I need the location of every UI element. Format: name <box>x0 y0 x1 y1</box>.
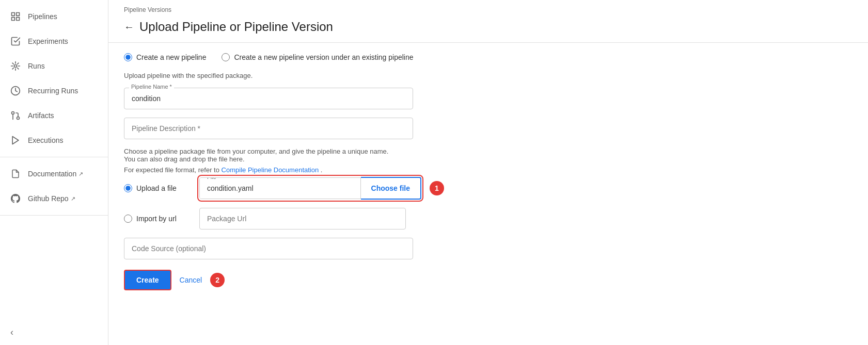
code-source-field <box>124 238 413 259</box>
sidebar-item-label: Artifacts <box>28 111 54 120</box>
pipeline-name-label: Pipeline Name * <box>129 84 174 90</box>
file-label: File * <box>205 177 222 180</box>
pipeline-description-input[interactable] <box>124 118 413 139</box>
radio-new-pipeline[interactable]: Create a new pipeline <box>124 53 206 61</box>
executions-icon <box>10 135 21 145</box>
github-icon <box>10 193 21 204</box>
sidebar-github-label: Github Repo <box>28 194 69 203</box>
runs-icon <box>10 61 21 71</box>
badge-1: 1 <box>430 181 444 195</box>
svg-rect-0 <box>12 13 15 16</box>
file-input-group: File * condition.yaml Choose file <box>199 177 421 200</box>
page-header: ← Upload Pipeline or Pipeline Version <box>108 15 868 43</box>
file-value-wrapper: File * condition.yaml <box>199 177 361 199</box>
radio-new-pipeline-input[interactable] <box>124 53 132 61</box>
sidebar-docs-label: Documentation <box>28 170 76 178</box>
page-title: Upload Pipeline or Pipeline Version <box>139 20 333 34</box>
sidebar-item-artifacts[interactable]: Artifacts <box>0 103 108 128</box>
sidebar-item-executions[interactable]: Executions <box>0 128 108 153</box>
svg-rect-2 <box>17 18 20 21</box>
pipeline-name-field: Pipeline Name * <box>124 88 413 109</box>
sidebar-item-label: Recurring Runs <box>28 87 78 95</box>
sidebar-item-runs[interactable]: Runs <box>0 54 108 78</box>
file-instruction-1: Choose a pipeline package file from your… <box>124 147 413 163</box>
svg-rect-1 <box>17 13 20 16</box>
radio-new-version[interactable]: Create a new pipeline version under an e… <box>222 53 413 61</box>
package-url-input[interactable] <box>199 208 406 229</box>
pipeline-type-radio-group: Create a new pipeline Create a new pipel… <box>124 53 853 61</box>
action-row: Create Cancel 2 <box>124 270 853 290</box>
collapse-icon: ‹ <box>10 327 13 338</box>
recurring-runs-icon <box>10 86 21 96</box>
compile-pipeline-link[interactable]: Compile Pipeline Documentation <box>222 166 319 174</box>
sidebar: Pipelines Experiments Runs Recurring Run… <box>0 0 108 345</box>
upload-radio-label[interactable]: Upload a file <box>124 184 191 192</box>
import-radio-input[interactable] <box>124 215 132 223</box>
upload-description: Upload pipeline with the specified packa… <box>124 72 853 79</box>
sidebar-item-label: Runs <box>28 62 45 70</box>
radio-new-pipeline-label: Create a new pipeline <box>136 53 206 61</box>
artifacts-icon <box>10 110 21 121</box>
pipeline-name-input[interactable] <box>124 88 413 109</box>
radio-new-version-label: Create a new pipeline version under an e… <box>234 53 413 61</box>
sidebar-item-documentation[interactable]: Documentation ↗ <box>0 161 108 186</box>
svg-point-4 <box>14 65 17 68</box>
experiments-icon <box>10 36 21 46</box>
upload-file-row: Upload a file File * condition.yaml Choo… <box>124 177 853 200</box>
sidebar-item-pipelines[interactable]: Pipelines <box>0 4 108 29</box>
choose-file-button[interactable]: Choose file <box>361 177 421 200</box>
content-area: Create a new pipeline Create a new pipel… <box>108 43 868 301</box>
svg-marker-9 <box>12 137 19 144</box>
back-button[interactable]: ← <box>124 21 134 33</box>
sidebar-item-recurring-runs[interactable]: Recurring Runs <box>0 78 108 103</box>
external-link-icon-2: ↗ <box>71 195 75 202</box>
pipeline-icon <box>10 11 21 22</box>
documentation-icon <box>10 169 21 179</box>
import-radio-text: Import by url <box>136 215 177 223</box>
sidebar-item-github[interactable]: Github Repo ↗ <box>0 186 108 211</box>
url-input-group <box>199 208 406 229</box>
code-source-input[interactable] <box>124 238 413 259</box>
sidebar-item-label: Executions <box>28 136 63 144</box>
cancel-button[interactable]: Cancel <box>180 276 202 284</box>
external-link-icon: ↗ <box>78 171 83 177</box>
main-content: Pipeline Versions ← Upload Pipeline or P… <box>108 0 868 345</box>
svg-rect-3 <box>12 18 15 21</box>
import-radio-label[interactable]: Import by url <box>124 215 191 223</box>
breadcrumb: Pipeline Versions <box>108 0 868 15</box>
create-button[interactable]: Create <box>124 270 171 290</box>
upload-radio-text: Upload a file <box>136 184 177 192</box>
divider-2 <box>0 215 108 216</box>
sidebar-item-label: Experiments <box>28 37 68 45</box>
radio-new-version-input[interactable] <box>222 53 230 61</box>
file-value: condition.yaml <box>200 178 360 199</box>
badge-2: 2 <box>210 273 225 287</box>
sidebar-item-experiments[interactable]: Experiments <box>0 29 108 54</box>
sidebar-item-label: Pipelines <box>28 12 57 21</box>
sidebar-collapse-button[interactable]: ‹ <box>0 320 108 345</box>
import-url-row: Import by url <box>124 208 853 229</box>
upload-radio-input[interactable] <box>124 184 132 192</box>
pipeline-description-field <box>124 118 413 139</box>
file-instruction-2: For expected file format, refer to Compi… <box>124 166 413 174</box>
divider-1 <box>0 157 108 157</box>
